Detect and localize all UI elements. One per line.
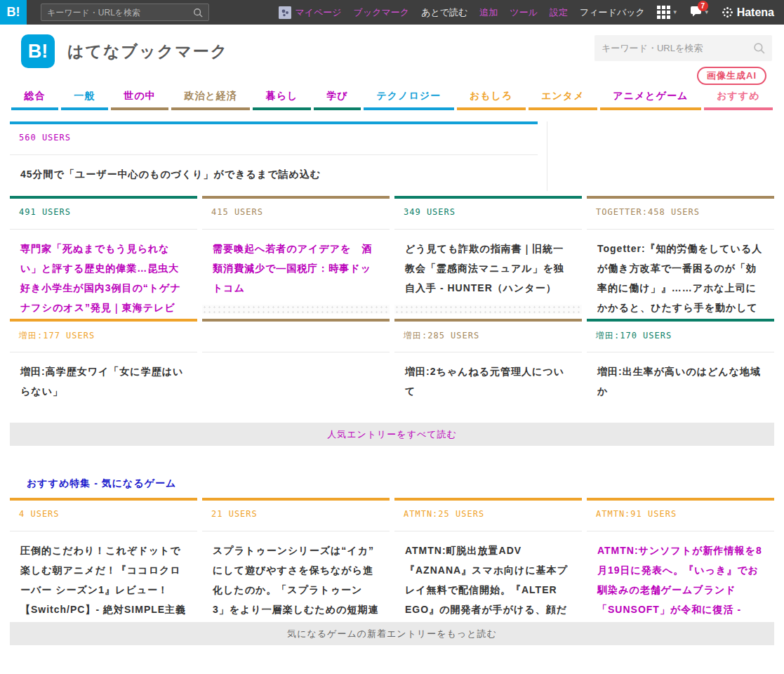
popular-entries-row-2: 増田:177 USERS 増田:高学歴女ワイ「女に学歴はいらない」 増田:285…: [10, 319, 774, 417]
topbar-menu: マイページ ブックマーク あとで読む 追加 ツール 設定 フィードバック ▼ 7…: [279, 6, 784, 19]
topbar-search-box[interactable]: [41, 4, 209, 21]
entry-title-link[interactable]: 増田:2ちゃんねる元管理人について: [394, 352, 582, 408]
entry-users-count[interactable]: TOGETTER:458 USERS: [587, 199, 774, 230]
entry-card[interactable]: 349 USERS どう見ても詐欺の指南書｜旧統一教会「霊感商法マニュアル」を独…: [394, 196, 582, 314]
hatena-star-icon: [722, 6, 733, 18]
entry-card[interactable]: ATMTN:91 USERS ATMTN:サンソフトが新作情報を8月19日に発表…: [587, 498, 774, 615]
read-all-popular-entries-button[interactable]: 人気エントリーをすべて読む: [10, 423, 774, 446]
entry-users-count[interactable]: ATMTN:25 USERS: [394, 501, 582, 531]
topbar-search-input[interactable]: [47, 8, 193, 18]
entry-users-count[interactable]: 増田:170 USERS: [587, 322, 774, 352]
entry-title-link[interactable]: 45分間で「ユーザー中心のものづくり」ができるまで詰め込む: [10, 155, 538, 191]
read-later-link[interactable]: あとで読む: [421, 6, 467, 19]
entry-card[interactable]: 増田:285 USERS 増田:2ちゃんねる元管理人について: [394, 319, 582, 417]
main-content: 560 USERS 45分間で「ユーザー中心のものづくり」ができるまで詰め込む …: [0, 121, 784, 674]
entry-title-link: [202, 352, 390, 369]
entry-card[interactable]: 491 USERS 専門家「死ぬまでもう見られない」と評する歴史的偉業…昆虫大好…: [10, 196, 197, 314]
entry-title-link[interactable]: Togetter:『知的労働をしている人が働き方改革で一番困るのが「効率的に働け…: [587, 230, 774, 314]
entry-users-count[interactable]: 増田:177 USERS: [10, 322, 197, 352]
hatena-brand-label: Hatena: [737, 6, 774, 19]
site-header: B! はてなブックマーク 画像生成AI: [0, 25, 784, 81]
tab-yononaka[interactable]: 世の中: [111, 84, 168, 110]
featured-entry-card[interactable]: 560 USERS 45分間で「ユーザー中心のものづくり」ができるまで詰め込む: [10, 121, 538, 191]
entry-users-count[interactable]: ATMTN:91 USERS: [587, 501, 774, 531]
entry-title-link[interactable]: スプラトゥーンシリーズは“イカ”にして遊びやすさを保ちながら進化したのか。「スプ…: [202, 531, 390, 615]
category-tabs: 総合 一般 世の中 政治と経済 暮らし 学び テクノロジー おもしろ エンタメ …: [0, 84, 784, 110]
feedback-link[interactable]: フィードバック: [580, 6, 645, 19]
entry-card[interactable]: 4 USERS 圧倒的こだわり！これぞドットで楽しむ朝アニメだ！『ココロクローバ…: [10, 498, 197, 615]
entry-card[interactable]: 415 USERS 需要喚起へ若者のアイデアを 酒類消費減少で―国税庁：時事ドッ…: [202, 196, 390, 314]
notification-count-badge: 7: [698, 1, 708, 11]
settings-link[interactable]: 設定: [550, 6, 568, 19]
entry-users-count[interactable]: 560 USERS: [10, 124, 538, 155]
column-divider: [547, 121, 774, 191]
tab-sougou[interactable]: 総合: [11, 84, 58, 110]
entry-thumbnail-placeholder: [202, 305, 390, 314]
tab-ippan[interactable]: 一般: [61, 84, 108, 110]
user-avatar: [279, 6, 291, 19]
global-topbar: B! マイページ ブックマーク あとで読む 追加 ツール 設定 フィードバック: [0, 0, 784, 25]
site-title[interactable]: はてなブックマーク: [67, 41, 228, 62]
header-search-box[interactable]: [594, 35, 772, 61]
search-icon[interactable]: [753, 42, 765, 54]
tab-anime-game[interactable]: アニメとゲーム: [600, 84, 701, 110]
entry-title-link[interactable]: 圧倒的こだわり！これぞドットで楽しむ朝アニメだ！『ココロクローバー シーズン1』…: [10, 531, 197, 615]
entry-card[interactable]: 増田:170 USERS 増田:出生率が高いのはどんな地域か: [587, 319, 774, 417]
hatena-logo[interactable]: Hatena: [722, 6, 774, 19]
entry-users-count: [202, 322, 390, 352]
entry-title-link[interactable]: ATMTN:町脱出放置ADV『AZNANA』スマホ向けに基本プレイ無料で配信開始…: [394, 531, 582, 615]
notifications-button[interactable]: 7 ▼: [690, 6, 710, 19]
entry-title-link[interactable]: どう見ても詐欺の指南書｜旧統一教会「霊感商法マニュアル」を独自入手 - HUNT…: [394, 230, 582, 305]
game-feature-heading-link[interactable]: おすすめ特集 - 気になるゲーム: [10, 477, 774, 490]
entry-users-count[interactable]: 21 USERS: [202, 501, 390, 531]
hatena-bookmark-logo[interactable]: B!: [21, 34, 55, 68]
tab-technology[interactable]: テクノロジー: [364, 84, 454, 110]
tab-manabi[interactable]: 学び: [314, 84, 361, 110]
entry-card-empty[interactable]: [202, 319, 390, 417]
tab-kurashi[interactable]: 暮らし: [253, 84, 311, 110]
entry-thumbnail-placeholder: [394, 305, 582, 314]
featured-entry-row: 560 USERS 45分間で「ユーザー中心のものづくり」ができるまで詰め込む: [10, 121, 774, 191]
entry-title-link[interactable]: 需要喚起へ若者のアイデアを 酒類消費減少で―国税庁：時事ドットコム: [202, 230, 390, 305]
tab-omoshiro[interactable]: おもしろ: [457, 84, 526, 110]
read-more-game-entries-button[interactable]: 気になるゲームの新着エントリーをもっと読む: [10, 622, 774, 645]
tab-entame[interactable]: エンタメ: [529, 84, 597, 110]
tab-seiji-keizai[interactable]: 政治と経済: [171, 84, 250, 110]
entry-users-count[interactable]: 491 USERS: [10, 199, 197, 230]
hatena-bookmark-mini-logo[interactable]: B!: [0, 0, 27, 25]
mypage-link[interactable]: マイページ: [279, 6, 341, 19]
add-bookmark-link[interactable]: 追加: [479, 6, 498, 19]
entry-title-link[interactable]: 専門家「死ぬまでもう見られない」と評する歴史的偉業…昆虫大好き小学生が国内3例目…: [10, 230, 197, 314]
entry-users-count[interactable]: 増田:285 USERS: [394, 322, 582, 352]
entry-users-count[interactable]: 415 USERS: [202, 199, 390, 230]
search-icon[interactable]: [193, 8, 203, 18]
header-search-input[interactable]: [602, 43, 753, 53]
chevron-down-icon: ▼: [672, 9, 678, 15]
popular-entries-row-1: 491 USERS 専門家「死ぬまでもう見られない」と評する歴史的偉業…昆虫大好…: [10, 196, 774, 314]
entry-users-count[interactable]: 349 USERS: [394, 199, 582, 230]
entry-card[interactable]: TOGETTER:458 USERS Togetter:『知的労働をしている人が…: [587, 196, 774, 314]
bookmarks-link[interactable]: ブックマーク: [354, 6, 410, 19]
image-generation-ai-button[interactable]: 画像生成AI: [697, 67, 766, 85]
notification-bubble-icon: 7: [690, 6, 702, 19]
tab-osusume[interactable]: おすすめ: [704, 84, 773, 110]
apps-menu-button[interactable]: ▼: [657, 6, 678, 19]
apps-grid-icon: [657, 6, 670, 19]
mypage-label: マイページ: [295, 6, 341, 19]
entry-card[interactable]: 21 USERS スプラトゥーンシリーズは“イカ”にして遊びやすさを保ちながら進…: [202, 498, 390, 615]
entry-users-count[interactable]: 4 USERS: [10, 501, 197, 531]
entry-title-link[interactable]: ATMTN:サンソフトが新作情報を8月19日に発表へ。『いっき』でお馴染みの老舗…: [587, 531, 774, 615]
entry-title-link[interactable]: 増田:出生率が高いのはどんな地域か: [587, 352, 774, 408]
entry-title-link[interactable]: 増田:高学歴女ワイ「女に学歴はいらない」: [10, 352, 197, 408]
entry-card[interactable]: ATMTN:25 USERS ATMTN:町脱出放置ADV『AZNANA』スマホ…: [394, 498, 582, 615]
entry-card[interactable]: 増田:177 USERS 増田:高学歴女ワイ「女に学歴はいらない」: [10, 319, 197, 417]
tools-link[interactable]: ツール: [510, 6, 538, 19]
game-entries-row: 4 USERS 圧倒的こだわり！これぞドットで楽しむ朝アニメだ！『ココロクローバ…: [10, 498, 774, 615]
